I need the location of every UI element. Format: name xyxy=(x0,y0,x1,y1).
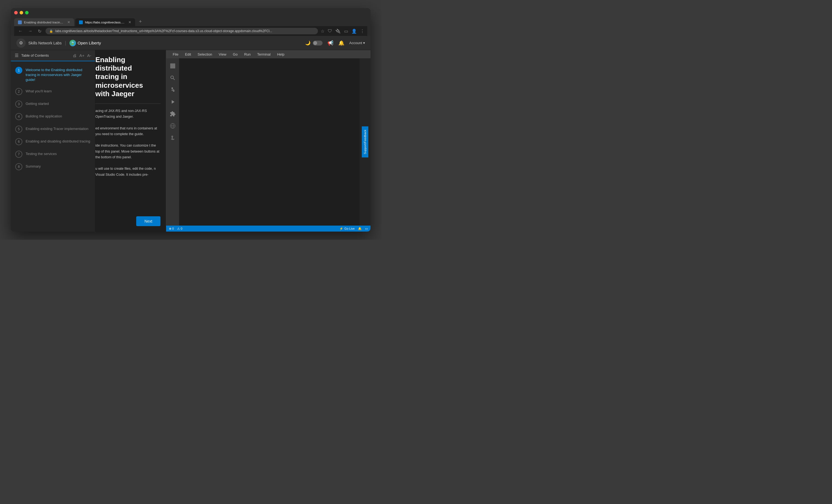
logo-area: ⚙ Skills Network Labs xyxy=(16,38,61,48)
toc-item-3[interactable]: 3 Getting started xyxy=(11,98,95,110)
address-bar[interactable]: 🔒 labs.cognitiveclass.ai/tools/theiadock… xyxy=(46,28,318,34)
vscode-activity-bar xyxy=(166,58,179,226)
menu-file[interactable]: File xyxy=(170,51,181,57)
vscode-area: File Edit Selection View Go Run Terminal… xyxy=(166,50,370,232)
next-button[interactable]: Next xyxy=(136,216,160,226)
go-live-label: Go Live xyxy=(344,227,355,230)
notification-bell-icon[interactable]: 🔔 xyxy=(358,227,362,231)
status-bar: ⊗ 0 ⚠ 0 ⚡ Go Live 🔔 ▭ xyxy=(166,226,370,232)
toc-sidebar: ☰ Table of Contents 🖨 A+ A- 1 Welcome to… xyxy=(11,50,95,232)
back-button[interactable]: ← xyxy=(17,28,24,34)
toc-item-8[interactable]: 8 Summary xyxy=(11,160,95,173)
toc-header: ☰ Table of Contents 🖨 A+ A- xyxy=(11,50,95,61)
status-left: ⊗ 0 ⚠ 0 xyxy=(169,227,182,231)
toc-item-2[interactable]: 2 What you'll learn xyxy=(11,85,95,98)
toc-item-text-2: What you'll learn xyxy=(26,88,52,94)
print-icon[interactable]: 🖨 xyxy=(73,53,77,58)
cast-icon[interactable]: ▭ xyxy=(344,29,348,34)
product-name: Open Liberty xyxy=(78,41,101,45)
status-right: ⚡ Go Live 🔔 ▭ xyxy=(339,227,368,231)
source-control-icon[interactable] xyxy=(167,84,178,95)
speaker-icon[interactable]: 📢 xyxy=(328,40,334,46)
menu-terminal[interactable]: Terminal xyxy=(255,51,273,57)
vscode-right-panel: Support/Feedback xyxy=(360,58,370,226)
toc-item-text-8: Summary xyxy=(26,163,41,169)
toc-title: Table of Contents xyxy=(21,53,49,57)
toc-number-5: 5 xyxy=(15,126,22,133)
menu-edit[interactable]: Edit xyxy=(182,51,194,57)
theme-toggle[interactable]: 🌙 xyxy=(305,40,322,46)
toc-item-5[interactable]: 5 Enabling existing Tracer implementatio… xyxy=(11,123,95,135)
account-arrow: ▾ xyxy=(363,41,365,45)
product-logo: 🍃 Open Liberty xyxy=(70,40,101,46)
toc-item-text-7: Testing the services xyxy=(26,151,57,156)
close-button[interactable] xyxy=(14,11,18,15)
shield-icon[interactable]: 🛡 xyxy=(328,29,332,33)
test-icon[interactable] xyxy=(167,132,178,143)
layout-icon[interactable]: ▭ xyxy=(365,227,368,231)
brand-name: Skills Network Labs xyxy=(28,41,61,45)
content-panel: Enablingdistributedtracing inmicroservic… xyxy=(95,50,166,232)
toc-actions: 🖨 A+ A- xyxy=(73,53,91,58)
explorer-icon[interactable] xyxy=(167,60,178,71)
tab-close-1[interactable]: ✕ xyxy=(67,20,70,24)
tab-title-2: https://labs.cognitiveclass.ai/t... xyxy=(85,21,125,24)
remote-icon[interactable] xyxy=(167,121,178,131)
bookmark-icon[interactable]: ☆ xyxy=(321,29,324,34)
menu-selection[interactable]: Selection xyxy=(195,51,215,57)
toc-number-3: 3 xyxy=(15,101,22,108)
toc-item-7[interactable]: 7 Testing the services xyxy=(11,148,95,160)
new-tab-button[interactable]: + xyxy=(136,17,145,26)
vscode-editor xyxy=(179,58,360,226)
toc-number-8: 8 xyxy=(15,163,22,170)
menu-run[interactable]: Run xyxy=(241,51,253,57)
toc-item-text-5: Enabling existing Tracer implementation xyxy=(26,126,88,131)
menu-view[interactable]: View xyxy=(216,51,229,57)
moon-icon: 🌙 xyxy=(305,40,311,46)
lock-icon: 🔒 xyxy=(49,29,53,33)
content-text: acing of JAX-RS and non-JAX-RS OpenTraci… xyxy=(95,108,160,178)
maximize-button[interactable] xyxy=(25,11,29,15)
increase-font-icon[interactable]: A+ xyxy=(79,53,84,58)
search-icon[interactable] xyxy=(167,73,178,83)
app-header: ⚙ Skills Network Labs | 🍃 Open Liberty 🌙… xyxy=(11,36,370,50)
toc-items: 1 Welcome to the Enabling distributed tr… xyxy=(11,61,95,232)
account-label: Account xyxy=(349,41,362,45)
forward-button[interactable]: → xyxy=(27,28,34,34)
tab-close-2[interactable]: ✕ xyxy=(128,20,131,24)
feedback-button[interactable]: Support/Feedback xyxy=(362,126,368,157)
refresh-button[interactable]: ↻ xyxy=(36,28,43,34)
toc-item-6[interactable]: 6 Enabling and disabling distributed tra… xyxy=(11,135,95,148)
menu-icon[interactable]: ⋮ xyxy=(360,29,365,34)
content-body: Enablingdistributedtracing inmicroservic… xyxy=(95,50,166,212)
menu-go[interactable]: Go xyxy=(230,51,240,57)
notification-icon[interactable]: 🔔 xyxy=(338,40,344,46)
toc-item-1[interactable]: 1 Welcome to the Enabling distributed tr… xyxy=(11,64,95,85)
tab-favicon-2 xyxy=(79,21,83,24)
minimize-button[interactable] xyxy=(20,11,23,15)
toggle-track[interactable] xyxy=(313,41,322,46)
hamburger-icon[interactable]: ☰ xyxy=(15,53,19,58)
toggle-thumb xyxy=(313,41,317,45)
brand-logo: ⚙ xyxy=(16,38,26,48)
extensions-icon[interactable] xyxy=(167,108,178,119)
header-actions: 🌙 📢 🔔 Account ▾ xyxy=(305,40,365,46)
menu-help[interactable]: Help xyxy=(274,51,287,57)
toc-item-text-6: Enabling and disabling distributed traci… xyxy=(26,138,90,144)
url-text: labs.cognitiveclass.ai/tools/theiadocker… xyxy=(55,29,314,33)
go-live-button[interactable]: ⚡ Go Live xyxy=(339,227,355,231)
profile-icon[interactable]: 👤 xyxy=(352,29,357,34)
toc-item-4[interactable]: 4 Building the application xyxy=(11,110,95,123)
run-debug-icon[interactable] xyxy=(167,97,178,107)
vscode-menubar: File Edit Selection View Go Run Terminal… xyxy=(166,50,370,58)
browser-tab-2[interactable]: https://labs.cognitiveclass.ai/t... ✕ xyxy=(75,18,135,26)
browser-tab-1[interactable]: Enabling distributed tracing in... ✕ xyxy=(14,18,74,26)
vscode-main: Support/Feedback xyxy=(166,58,370,226)
account-button[interactable]: Account ▾ xyxy=(349,41,365,45)
decrease-font-icon[interactable]: A- xyxy=(87,53,91,58)
tab-favicon-1 xyxy=(18,21,22,24)
toc-number-7: 7 xyxy=(15,151,22,158)
toc-item-text-3: Getting started xyxy=(26,101,49,106)
extensions-icon[interactable]: 🔌 xyxy=(335,29,341,34)
go-live-icon: ⚡ xyxy=(339,227,343,231)
